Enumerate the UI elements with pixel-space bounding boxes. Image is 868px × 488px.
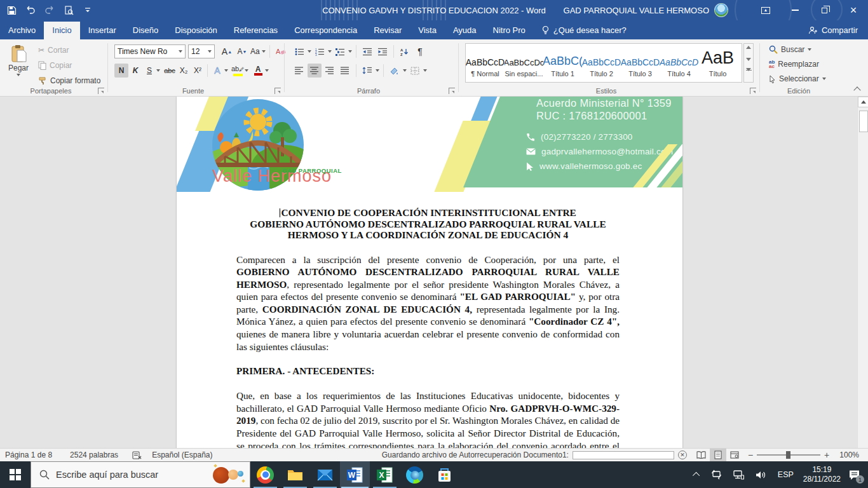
strikethrough-button[interactable]: abc <box>163 64 177 78</box>
tab-ayuda[interactable]: Ayuda <box>445 22 485 39</box>
taskbar-search[interactable]: Escribe aquí para buscar <box>31 461 250 488</box>
web-layout-icon[interactable] <box>726 449 743 461</box>
action-center[interactable]: 1 <box>844 461 868 488</box>
zoom-level[interactable]: 100% <box>834 451 868 459</box>
tab-revisar[interactable]: Revisar <box>365 22 410 39</box>
font-size-combo[interactable]: 12 <box>188 44 215 58</box>
align-left-icon[interactable] <box>292 64 306 78</box>
scroll-up-icon[interactable] <box>858 97 868 107</box>
bullets-icon[interactable] <box>292 44 306 58</box>
tab-referencias[interactable]: Referencias <box>226 22 286 39</box>
borders-icon[interactable] <box>408 64 422 78</box>
highlight-options-icon[interactable] <box>245 69 248 72</box>
line-spacing-icon[interactable] <box>360 64 374 78</box>
style-titulo-3[interactable]: AaBbCcD Título 3 <box>621 44 660 82</box>
vertical-scrollbar[interactable] <box>857 97 868 448</box>
start-button[interactable] <box>0 461 31 488</box>
text-effects-options-icon[interactable] <box>224 69 228 72</box>
borders-options-icon[interactable] <box>423 69 427 72</box>
cut-button[interactable]: ✂ Cortar <box>36 44 103 56</box>
taskbar-mail[interactable] <box>310 461 340 488</box>
paragraph-dialog-launcher-icon[interactable] <box>449 88 455 94</box>
show-paragraph-marks-icon[interactable]: ¶ <box>413 44 427 58</box>
numbering-icon[interactable]: 123 <box>313 44 327 58</box>
taskbar-chrome[interactable] <box>250 461 280 488</box>
align-center-icon[interactable] <box>308 64 322 78</box>
print-layout-icon[interactable] <box>710 449 726 461</box>
tray-clock[interactable]: 15:19 28/11/2022 <box>799 465 844 484</box>
zoom-out-icon[interactable]: − <box>748 450 753 460</box>
justify-icon[interactable] <box>338 64 352 78</box>
proofing-icon[interactable] <box>127 451 147 459</box>
tray-chevron-icon[interactable] <box>689 461 705 488</box>
tab-correspondencia[interactable]: Correspondencia <box>286 22 365 39</box>
document-body[interactable]: CONVENIO DE COOPERACIÓN INTERINSTITUCION… <box>177 192 682 448</box>
word-count[interactable]: 2524 palabras <box>65 451 123 459</box>
italic-button[interactable]: K <box>128 64 142 78</box>
gallery-scroll-down-icon[interactable] <box>746 58 751 61</box>
account-avatar[interactable] <box>714 3 728 17</box>
style-normal[interactable]: AaBbCcD ¶ Normal <box>466 44 505 82</box>
multilevel-options-icon[interactable] <box>348 50 352 53</box>
text-effects-icon[interactable]: A <box>210 64 224 78</box>
gallery-more-icon[interactable] <box>746 70 752 80</box>
tab-vista[interactable]: Vista <box>410 22 445 39</box>
bullets-options-icon[interactable] <box>308 50 311 53</box>
tab-nitro-pro[interactable]: Nitro Pro <box>485 22 534 39</box>
account-area[interactable]: GAD PARROQUIAL VALLE HERMOSO <box>564 0 728 20</box>
grow-font-icon[interactable]: A▲ <box>220 44 234 58</box>
superscript-button[interactable]: X² <box>191 64 205 78</box>
taskbar-excel[interactable]: X <box>370 461 400 488</box>
style-titulo-2[interactable]: AaBbCcD Título 2 <box>582 44 621 82</box>
gallery-scroll-up-icon[interactable] <box>746 46 751 49</box>
shading-options-icon[interactable] <box>403 69 407 72</box>
page-indicator[interactable]: Página 1 de 8 <box>0 451 57 459</box>
tab-insertar[interactable]: Insertar <box>80 22 125 39</box>
format-painter-button[interactable]: Copiar formato <box>36 75 103 86</box>
styles-dialog-launcher-icon[interactable] <box>750 88 756 94</box>
scrollbar-thumb[interactable] <box>859 111 868 132</box>
style-sin-espaciado[interactable]: AaBbCcDc Sin espaci... <box>505 44 543 82</box>
read-mode-icon[interactable] <box>693 449 710 461</box>
highlight-color-button[interactable]: ab🖉 <box>231 64 245 78</box>
align-right-icon[interactable] <box>323 64 337 78</box>
find-button[interactable]: Buscar <box>766 44 829 55</box>
ribbon-display-options-icon[interactable] <box>751 0 780 20</box>
tab-archivo[interactable]: Archivo <box>0 22 44 39</box>
shrink-font-icon[interactable]: A▼ <box>235 44 249 58</box>
clipboard-dialog-launcher-icon[interactable] <box>98 88 104 94</box>
document-canvas[interactable]: Valle Hermoso GAD PARROQUIAL Acuerdo Min… <box>0 97 857 448</box>
restore-icon[interactable] <box>810 0 839 20</box>
taskbar-edge[interactable] <box>400 461 430 488</box>
cancel-save-icon[interactable]: ✕ <box>678 451 687 459</box>
tray-display-sync-icon[interactable] <box>705 461 728 488</box>
decrease-indent-icon[interactable] <box>360 44 374 58</box>
style-titulo-1[interactable]: AaBbC( Título 1 <box>543 44 582 82</box>
taskbar-store[interactable] <box>430 461 459 488</box>
document-page[interactable]: Valle Hermoso GAD PARROQUIAL Acuerdo Min… <box>177 97 682 448</box>
zoom-in-icon[interactable]: + <box>824 450 829 460</box>
tray-language[interactable]: ESP <box>772 461 799 488</box>
numbering-options-icon[interactable] <box>328 50 332 53</box>
share-button[interactable]: Compartir <box>798 22 868 39</box>
change-case-icon[interactable]: Aa <box>250 44 266 58</box>
underline-options-icon[interactable] <box>156 69 160 72</box>
select-button[interactable]: Seleccionar <box>766 73 829 85</box>
bold-button[interactable]: N <box>114 64 128 78</box>
font-color-options-icon[interactable] <box>265 69 269 72</box>
tab-inicio[interactable]: Inicio <box>44 22 79 39</box>
underline-button[interactable]: S <box>142 64 156 78</box>
font-color-button[interactable]: A <box>251 64 265 78</box>
language-indicator[interactable]: Español (España) <box>147 451 217 459</box>
tab-diseno[interactable]: Diseño <box>125 22 166 39</box>
font-name-combo[interactable]: Times New Ro <box>114 44 186 58</box>
taskbar-file-explorer[interactable] <box>280 461 310 488</box>
subscript-button[interactable]: X₂ <box>177 64 191 78</box>
close-icon[interactable]: × <box>839 0 868 20</box>
style-titulo[interactable]: AaB Título <box>698 44 737 82</box>
shading-icon[interactable] <box>388 64 402 78</box>
replace-button[interactable]: ab ac Reemplazar <box>766 58 829 70</box>
line-spacing-options-icon[interactable] <box>376 69 379 72</box>
collapse-ribbon-icon[interactable] <box>854 86 860 92</box>
taskbar-word[interactable]: W <box>340 461 370 488</box>
